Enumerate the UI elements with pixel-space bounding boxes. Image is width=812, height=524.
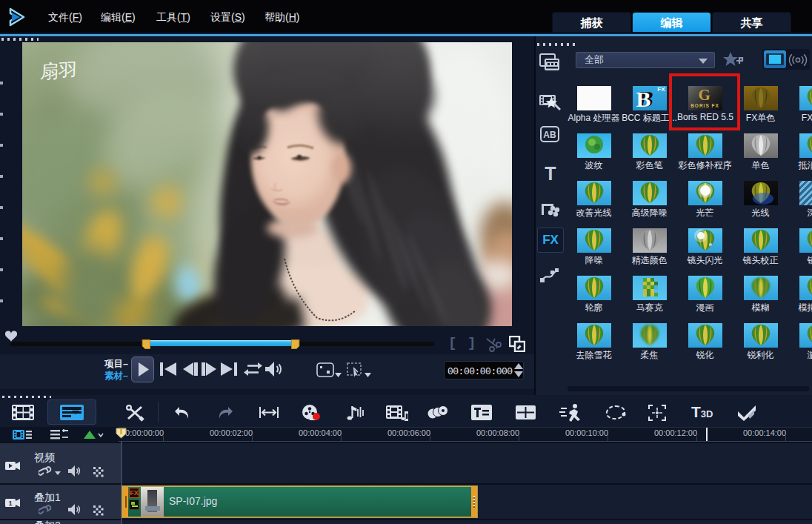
svg-text:AB: AB [543, 130, 556, 140]
svg-text:1: 1 [8, 500, 12, 507]
